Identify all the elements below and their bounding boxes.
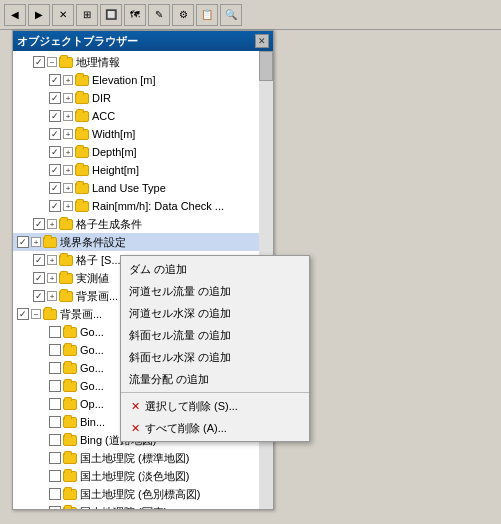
checkbox-dir[interactable] (49, 92, 61, 104)
label-bin1: Bin... (80, 416, 105, 428)
toolbar-btn-3[interactable]: ✕ (52, 4, 74, 26)
expand-depth[interactable]: + (63, 147, 73, 157)
toolbar-btn-10[interactable]: 🔍 (220, 4, 242, 26)
expand-width[interactable]: + (63, 129, 73, 139)
checkbox-kokudo1[interactable] (49, 452, 61, 464)
folder-icon-kokudo2 (63, 471, 77, 482)
menu-item-flow-dist[interactable]: 流量分配 の追加 (121, 368, 309, 390)
toolbar-btn-7[interactable]: ✎ (148, 4, 170, 26)
checkbox-koshi[interactable] (33, 254, 45, 266)
menu-item-slope-depth[interactable]: 斜面セル水深 の追加 (121, 346, 309, 368)
tree-item-rain[interactable]: + Rain[mm/h]: Data Check ... (13, 197, 273, 215)
toolbar-btn-2[interactable]: ▶ (28, 4, 50, 26)
label-height: Height[m] (92, 164, 139, 176)
expand-height[interactable]: + (63, 165, 73, 175)
expand-haikei2[interactable]: − (31, 309, 41, 319)
checkbox-go1[interactable] (49, 326, 61, 338)
expand-geo[interactable]: − (47, 57, 57, 67)
menu-item-all-delete[interactable]: ✕ すべて削除 (A)... (121, 417, 309, 439)
label-landuse: Land Use Type (92, 182, 166, 194)
tree-item-landuse[interactable]: + Land Use Type (13, 179, 273, 197)
tree-item-width[interactable]: + Width[m] (13, 125, 273, 143)
label-elev: Elevation [m] (92, 74, 156, 86)
label-kokudo2: 国土地理院 (淡色地図) (80, 469, 189, 484)
menu-label-slope-depth: 斜面セル水深 の追加 (129, 350, 231, 365)
label-go2: Go... (80, 344, 104, 356)
close-button[interactable]: ✕ (255, 34, 269, 48)
checkbox-go2[interactable] (49, 344, 61, 356)
checkbox-haikei1[interactable] (33, 290, 45, 302)
expand-rain[interactable]: + (63, 201, 73, 211)
tree-item-dir[interactable]: + DIR (13, 89, 273, 107)
menu-item-river-depth[interactable]: 河道セル水深 の追加 (121, 302, 309, 324)
toolbar-btn-4[interactable]: ⊞ (76, 4, 98, 26)
folder-icon-boundary (43, 237, 57, 248)
expand-jissoku[interactable]: + (47, 273, 57, 283)
label-go4: Go... (80, 380, 104, 392)
toolbar-btn-6[interactable]: 🗺 (124, 4, 146, 26)
label-depth: Depth[m] (92, 146, 137, 158)
checkbox-rain[interactable] (49, 200, 61, 212)
folder-icon-height (75, 165, 89, 176)
menu-item-dam[interactable]: ダム の追加 (121, 258, 309, 280)
tree-item-kokudo2[interactable]: 国土地理院 (淡色地図) (13, 467, 273, 485)
folder-icon-width (75, 129, 89, 140)
toolbar-btn-1[interactable]: ◀ (4, 4, 26, 26)
scrollbar-thumb[interactable] (259, 51, 273, 81)
checkbox-geo[interactable] (33, 56, 45, 68)
checkbox-elev[interactable] (49, 74, 61, 86)
label-boundary: 境界条件設定 (60, 235, 126, 250)
checkbox-jissoku[interactable] (33, 272, 45, 284)
checkbox-kokudo3[interactable] (49, 488, 61, 500)
folder-icon-elev (75, 75, 89, 86)
tree-item-elev[interactable]: + Elevation [m] (13, 71, 273, 89)
menu-label-river-flow: 河道セル流量 の追加 (129, 284, 231, 299)
titlebar: オブジェクトブラウザー ✕ (13, 31, 273, 51)
checkbox-landuse[interactable] (49, 182, 61, 194)
tree-item-kokudo4[interactable]: 国土地理院 (写真) (13, 503, 273, 509)
toolbar-btn-9[interactable]: 📋 (196, 4, 218, 26)
menu-item-river-flow[interactable]: 河道セル流量 の追加 (121, 280, 309, 302)
expand-elev[interactable]: + (63, 75, 73, 85)
menu-item-select-delete[interactable]: ✕ 選択して削除 (S)... (121, 395, 309, 417)
checkbox-op[interactable] (49, 398, 61, 410)
expand-acc[interactable]: + (63, 111, 73, 121)
label-jissoku: 実測値 (76, 271, 109, 286)
checkbox-width[interactable] (49, 128, 61, 140)
expand-grid[interactable]: + (47, 219, 57, 229)
label-dir: DIR (92, 92, 111, 104)
checkbox-boundary[interactable] (17, 236, 29, 248)
tree-item-acc[interactable]: + ACC (13, 107, 273, 125)
checkbox-go3[interactable] (49, 362, 61, 374)
tree-item-kokudo3[interactable]: 国土地理院 (色別標高図) (13, 485, 273, 503)
expand-landuse[interactable]: + (63, 183, 73, 193)
checkbox-go4[interactable] (49, 380, 61, 392)
checkbox-bin1[interactable] (49, 416, 61, 428)
toolbar-btn-5[interactable]: 🔲 (100, 4, 122, 26)
expand-boundary[interactable]: + (31, 237, 41, 247)
menu-label-select-delete: 選択して削除 (S)... (145, 399, 238, 414)
checkbox-acc[interactable] (49, 110, 61, 122)
label-koshi: 格子 [S... (76, 253, 121, 268)
checkbox-grid[interactable] (33, 218, 45, 230)
expand-haikei1[interactable]: + (47, 291, 57, 301)
menu-item-slope-flow[interactable]: 斜面セル流量 の追加 (121, 324, 309, 346)
tree-item-boundary[interactable]: + 境界条件設定 (13, 233, 273, 251)
toolbar-btn-8[interactable]: ⚙ (172, 4, 194, 26)
top-toolbar: ◀ ▶ ✕ ⊞ 🔲 🗺 ✎ ⚙ 📋 🔍 (0, 0, 501, 30)
label-go3: Go... (80, 362, 104, 374)
checkbox-haikei2[interactable] (17, 308, 29, 320)
checkbox-height[interactable] (49, 164, 61, 176)
tree-item-grid[interactable]: + 格子生成条件 (13, 215, 273, 233)
tree-item-depth[interactable]: + Depth[m] (13, 143, 273, 161)
checkbox-kokudo2[interactable] (49, 470, 61, 482)
label-go1: Go... (80, 326, 104, 338)
checkbox-bing-road[interactable] (49, 434, 61, 446)
expand-dir[interactable]: + (63, 93, 73, 103)
expand-koshi[interactable]: + (47, 255, 57, 265)
tree-item-height[interactable]: + Height[m] (13, 161, 273, 179)
checkbox-kokudo4[interactable] (49, 506, 61, 509)
tree-item-geo[interactable]: − 地理情報 (13, 53, 273, 71)
checkbox-depth[interactable] (49, 146, 61, 158)
tree-item-kokudo1[interactable]: 国土地理院 (標準地図) (13, 449, 273, 467)
